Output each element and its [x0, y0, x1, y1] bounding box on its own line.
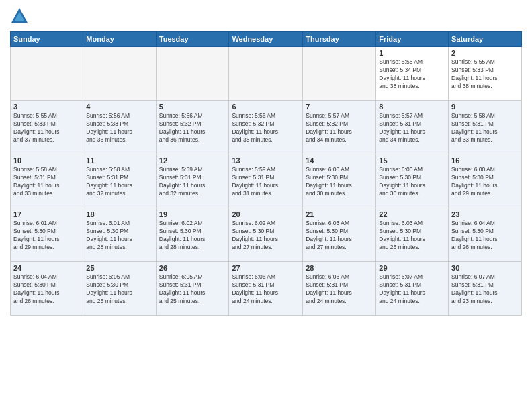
day-info: Sunrise: 5:55 AM Sunset: 5:33 PM Dayligh… [13, 112, 80, 144]
logo-icon [10, 7, 29, 26]
day-info: Sunrise: 6:00 AM Sunset: 5:30 PM Dayligh… [379, 166, 445, 198]
day-number: 28 [306, 264, 373, 272]
day-number: 8 [379, 103, 445, 111]
day-number: 3 [13, 103, 80, 111]
day-info: Sunrise: 5:57 AM Sunset: 5:31 PM Dayligh… [379, 112, 445, 144]
day-info: Sunrise: 5:59 AM Sunset: 5:31 PM Dayligh… [232, 166, 300, 198]
day-info: Sunrise: 5:56 AM Sunset: 5:32 PM Dayligh… [159, 112, 226, 144]
calendar-cell: 24Sunrise: 6:04 AM Sunset: 5:30 PM Dayli… [11, 262, 83, 316]
calendar-cell: 11Sunrise: 5:58 AM Sunset: 5:31 PM Dayli… [83, 154, 156, 208]
calendar-cell: 5Sunrise: 5:56 AM Sunset: 5:32 PM Daylig… [156, 101, 229, 154]
day-info: Sunrise: 6:05 AM Sunset: 5:30 PM Dayligh… [86, 273, 152, 306]
day-info: Sunrise: 6:07 AM Sunset: 5:31 PM Dayligh… [451, 273, 519, 306]
day-number: 15 [379, 156, 445, 165]
day-info: Sunrise: 5:56 AM Sunset: 5:32 PM Dayligh… [232, 112, 300, 144]
day-number: 24 [13, 264, 80, 272]
day-info: Sunrise: 6:02 AM Sunset: 5:30 PM Dayligh… [232, 220, 300, 252]
calendar-week-5: 24Sunrise: 6:04 AM Sunset: 5:30 PM Dayli… [11, 262, 522, 316]
day-info: Sunrise: 5:59 AM Sunset: 5:31 PM Dayligh… [159, 166, 226, 198]
calendar-cell: 18Sunrise: 6:01 AM Sunset: 5:30 PM Dayli… [83, 208, 156, 262]
day-number: 12 [159, 156, 226, 165]
weekday-header-wednesday: Wednesday [229, 32, 303, 47]
weekday-header-thursday: Thursday [303, 32, 376, 47]
calendar-week-2: 3Sunrise: 5:55 AM Sunset: 5:33 PM Daylig… [11, 101, 522, 154]
day-info: Sunrise: 5:58 AM Sunset: 5:31 PM Dayligh… [451, 112, 519, 144]
calendar-week-1: 1Sunrise: 5:55 AM Sunset: 5:34 PM Daylig… [11, 47, 522, 101]
calendar-cell: 23Sunrise: 6:04 AM Sunset: 5:30 PM Dayli… [449, 208, 522, 262]
day-info: Sunrise: 6:06 AM Sunset: 5:31 PM Dayligh… [306, 273, 373, 306]
day-number: 19 [159, 210, 226, 218]
calendar-cell: 2Sunrise: 5:55 AM Sunset: 5:33 PM Daylig… [449, 47, 522, 101]
day-info: Sunrise: 5:56 AM Sunset: 5:33 PM Dayligh… [86, 112, 152, 144]
logo [10, 7, 32, 26]
calendar-cell: 13Sunrise: 5:59 AM Sunset: 5:31 PM Dayli… [229, 154, 303, 208]
day-number: 1 [379, 49, 445, 57]
day-number: 2 [451, 49, 519, 57]
day-number: 25 [86, 264, 152, 272]
day-info: Sunrise: 6:00 AM Sunset: 5:30 PM Dayligh… [451, 166, 519, 198]
day-number: 9 [451, 103, 519, 111]
weekday-header-monday: Monday [83, 32, 156, 47]
day-info: Sunrise: 6:01 AM Sunset: 5:30 PM Dayligh… [86, 220, 152, 252]
day-info: Sunrise: 6:07 AM Sunset: 5:31 PM Dayligh… [379, 273, 445, 306]
calendar-cell [303, 47, 376, 101]
calendar-cell: 29Sunrise: 6:07 AM Sunset: 5:31 PM Dayli… [376, 262, 449, 316]
calendar-cell: 7Sunrise: 5:57 AM Sunset: 5:32 PM Daylig… [303, 101, 376, 154]
day-info: Sunrise: 6:06 AM Sunset: 5:31 PM Dayligh… [232, 273, 300, 306]
day-info: Sunrise: 6:01 AM Sunset: 5:30 PM Dayligh… [13, 220, 80, 252]
day-number: 6 [232, 103, 300, 111]
calendar-cell: 8Sunrise: 5:57 AM Sunset: 5:31 PM Daylig… [376, 101, 449, 154]
calendar-cell: 25Sunrise: 6:05 AM Sunset: 5:30 PM Dayli… [83, 262, 156, 316]
calendar-week-4: 17Sunrise: 6:01 AM Sunset: 5:30 PM Dayli… [11, 208, 522, 262]
calendar-cell: 20Sunrise: 6:02 AM Sunset: 5:30 PM Dayli… [229, 208, 303, 262]
calendar-week-3: 10Sunrise: 5:58 AM Sunset: 5:31 PM Dayli… [11, 154, 522, 208]
calendar-cell: 21Sunrise: 6:03 AM Sunset: 5:30 PM Dayli… [303, 208, 376, 262]
weekday-header-tuesday: Tuesday [156, 32, 229, 47]
day-number: 27 [232, 264, 300, 272]
weekday-header-sunday: Sunday [11, 32, 83, 47]
day-info: Sunrise: 5:57 AM Sunset: 5:32 PM Dayligh… [306, 112, 373, 144]
day-number: 29 [379, 264, 445, 272]
calendar-cell: 19Sunrise: 6:02 AM Sunset: 5:30 PM Dayli… [156, 208, 229, 262]
day-number: 17 [13, 210, 80, 218]
day-number: 5 [159, 103, 226, 111]
calendar-cell: 10Sunrise: 5:58 AM Sunset: 5:31 PM Dayli… [11, 154, 83, 208]
calendar-cell: 3Sunrise: 5:55 AM Sunset: 5:33 PM Daylig… [11, 101, 83, 154]
day-number: 22 [379, 210, 445, 218]
calendar-cell: 17Sunrise: 6:01 AM Sunset: 5:30 PM Dayli… [11, 208, 83, 262]
day-info: Sunrise: 5:58 AM Sunset: 5:31 PM Dayligh… [13, 166, 80, 198]
day-number: 11 [86, 156, 152, 165]
day-info: Sunrise: 5:55 AM Sunset: 5:33 PM Dayligh… [451, 58, 519, 91]
weekday-header-saturday: Saturday [449, 32, 522, 47]
day-info: Sunrise: 6:04 AM Sunset: 5:30 PM Dayligh… [13, 273, 80, 306]
day-number: 16 [451, 156, 519, 165]
day-number: 21 [306, 210, 373, 218]
header [10, 7, 522, 26]
page: SundayMondayTuesdayWednesdayThursdayFrid… [0, 0, 532, 411]
calendar-cell: 12Sunrise: 5:59 AM Sunset: 5:31 PM Dayli… [156, 154, 229, 208]
day-number: 26 [159, 264, 226, 272]
calendar-cell: 6Sunrise: 5:56 AM Sunset: 5:32 PM Daylig… [229, 101, 303, 154]
calendar-cell [229, 47, 303, 101]
calendar-cell: 1Sunrise: 5:55 AM Sunset: 5:34 PM Daylig… [376, 47, 449, 101]
calendar-cell [11, 47, 83, 101]
calendar-cell: 28Sunrise: 6:06 AM Sunset: 5:31 PM Dayli… [303, 262, 376, 316]
calendar-cell: 22Sunrise: 6:03 AM Sunset: 5:30 PM Dayli… [376, 208, 449, 262]
day-number: 23 [451, 210, 519, 218]
day-info: Sunrise: 6:04 AM Sunset: 5:30 PM Dayligh… [451, 220, 519, 252]
day-info: Sunrise: 6:03 AM Sunset: 5:30 PM Dayligh… [379, 220, 445, 252]
day-info: Sunrise: 6:05 AM Sunset: 5:31 PM Dayligh… [159, 273, 226, 306]
calendar-cell: 26Sunrise: 6:05 AM Sunset: 5:31 PM Dayli… [156, 262, 229, 316]
day-number: 4 [86, 103, 152, 111]
day-info: Sunrise: 6:03 AM Sunset: 5:30 PM Dayligh… [306, 220, 373, 252]
weekday-header-friday: Friday [376, 32, 449, 47]
day-info: Sunrise: 6:02 AM Sunset: 5:30 PM Dayligh… [159, 220, 226, 252]
calendar-cell: 4Sunrise: 5:56 AM Sunset: 5:33 PM Daylig… [83, 101, 156, 154]
calendar-cell [83, 47, 156, 101]
calendar-cell [156, 47, 229, 101]
calendar-cell: 9Sunrise: 5:58 AM Sunset: 5:31 PM Daylig… [449, 101, 522, 154]
day-number: 7 [306, 103, 373, 111]
day-info: Sunrise: 5:55 AM Sunset: 5:34 PM Dayligh… [379, 58, 445, 91]
calendar-cell: 30Sunrise: 6:07 AM Sunset: 5:31 PM Dayli… [449, 262, 522, 316]
calendar-cell: 27Sunrise: 6:06 AM Sunset: 5:31 PM Dayli… [229, 262, 303, 316]
